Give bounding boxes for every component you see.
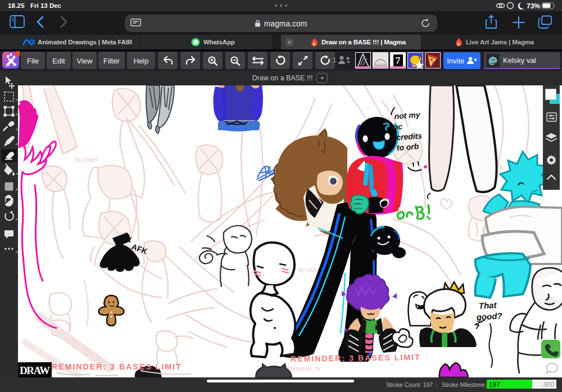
svg-text:73%: 73% — [527, 2, 540, 10]
svg-text:That: That — [478, 300, 497, 311]
svg-text:not my: not my — [394, 110, 421, 121]
svg-text:REMINDER: 3 BASES LIMIT: REMINDER: 3 BASES LIMIT — [291, 353, 421, 363]
svg-text:by:chazl: by:chazl — [75, 156, 97, 163]
svg-text:by:chazl: by:chazl — [298, 266, 321, 273]
svg-text:good?: good? — [475, 311, 502, 322]
svg-text:oc: oc — [393, 122, 403, 131]
svg-text:to orb: to orb — [396, 142, 419, 152]
svg-text:DRAW: DRAW — [20, 364, 50, 376]
svg-text:REMINDER: 3 BASES LIMIT: REMINDER: 3 BASES LIMIT — [52, 362, 182, 371]
